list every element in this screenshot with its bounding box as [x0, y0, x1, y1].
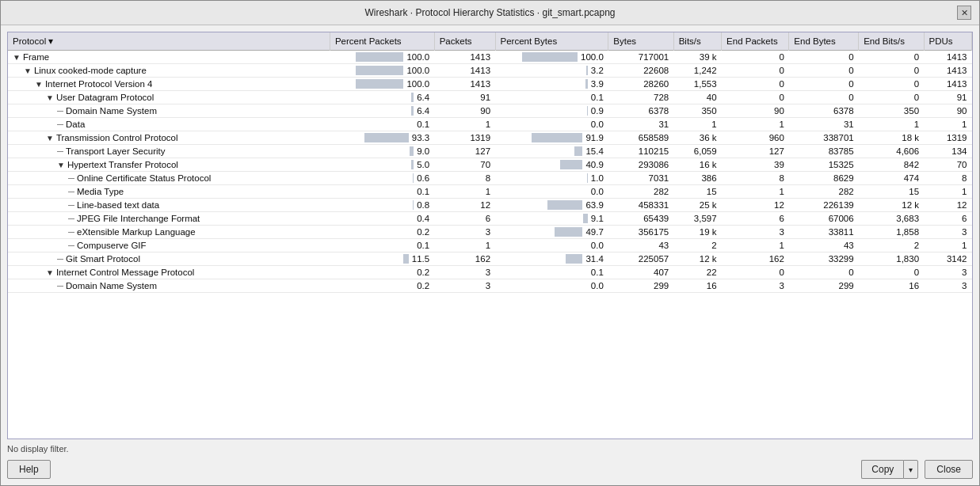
pct-bytes-bar	[583, 214, 588, 223]
pct-bytes-cell: 9.1	[495, 212, 608, 226]
protocol-name: Transmission Control Protocol	[56, 133, 178, 142]
expand-icon[interactable]: ▼	[24, 66, 32, 75]
table-row[interactable]: Compuserve GIF0.110.043214321	[8, 239, 972, 252]
table-row[interactable]: Git Smart Protocol11.516231.422505712 k1…	[8, 252, 972, 266]
table-row[interactable]: Media Type0.110.0282151282151	[8, 185, 972, 199]
expand-icon[interactable]: ▼	[46, 93, 54, 102]
protocol-name: Internet Control Message Protocol	[56, 268, 195, 277]
end-bits-cell: 0	[859, 51, 924, 64]
table-row[interactable]: ▼Frame100.01413100.071700139 k0001413	[8, 51, 972, 64]
close-button[interactable]: Close	[925, 460, 973, 479]
end-bytes-cell: 33811	[789, 226, 859, 239]
pct-bytes-bar	[574, 146, 583, 156]
bytes-cell: 356175	[608, 226, 673, 239]
pdus-cell: 1	[924, 118, 971, 131]
protocol-cell: JPEG File Interchange Format	[8, 212, 330, 226]
table-row[interactable]: ▼Internet Control Message Protocol0.230.…	[8, 266, 972, 279]
pct-packets-cell: 0.8	[330, 199, 434, 212]
pct-bytes-cell: 0.9	[495, 104, 608, 118]
pdus-cell: 91	[924, 91, 971, 104]
bytes-cell: 728	[608, 91, 673, 104]
expand-icon[interactable]: ▼	[46, 268, 54, 277]
table-row[interactable]: Line-based text data0.81263.945833125 k1…	[8, 199, 972, 212]
pct-bytes-bar	[585, 79, 588, 89]
expand-icon[interactable]: ▼	[46, 134, 54, 142]
pct-packets-cell: 0.2	[330, 266, 434, 279]
bits-cell: 2	[673, 239, 721, 252]
filter-label: No display filter.	[7, 442, 973, 455]
table-row[interactable]: Online Certificate Status Protocol0.681.…	[8, 172, 972, 185]
pct-packets-bar	[410, 146, 414, 156]
bits-cell: 6,059	[673, 145, 721, 158]
pdus-cell: 90	[924, 104, 971, 118]
end-packets-cell: 1	[722, 239, 789, 252]
protocol-cell: ▼Internet Control Message Protocol	[8, 266, 330, 279]
pct-packets-value: 100.0	[406, 66, 429, 75]
col-header-end-bits[interactable]: End Bits/s	[859, 32, 924, 51]
bits-cell: 16 k	[673, 158, 721, 172]
pct-packets-value: 0.2	[417, 227, 429, 237]
table-row[interactable]: ▼Internet Protocol Version 4100.014133.9…	[8, 78, 972, 91]
expand-icon[interactable]: ▼	[35, 80, 43, 89]
table-row[interactable]: eXtensible Markup Language0.2349.7356175…	[8, 226, 972, 239]
pdus-cell: 1413	[924, 64, 971, 78]
bytes-cell: 293086	[608, 158, 673, 172]
bytes-cell: 458331	[608, 199, 673, 212]
col-header-protocol[interactable]: Protocol ▾	[8, 32, 330, 51]
pdus-cell: 12	[924, 199, 971, 212]
bits-cell: 19 k	[673, 226, 721, 239]
pct-packets-bar	[411, 160, 414, 169]
table-row[interactable]: Domain Name System6.4900.963783509063783…	[8, 104, 972, 118]
col-header-bits[interactable]: Bits/s	[673, 32, 721, 51]
pct-packets-cell: 0.2	[330, 279, 434, 293]
table-row[interactable]: Data0.110.031113111	[8, 118, 972, 131]
table-row[interactable]: ▼Hypertext Transfer Protocol5.07040.9293…	[8, 158, 972, 172]
bytes-cell: 7031	[608, 172, 673, 185]
statistics-table-container[interactable]: Protocol ▾ Percent Packets Packets Perce…	[7, 32, 973, 439]
end-bits-cell: 0	[859, 91, 924, 104]
pct-bytes-bar	[587, 106, 588, 116]
pct-bytes-value: 3.9	[591, 79, 604, 89]
bytes-cell: 110215	[608, 145, 673, 158]
help-button[interactable]: Help	[7, 460, 51, 479]
pct-packets-bar	[364, 133, 409, 142]
pct-bytes-cell: 100.0	[495, 51, 608, 64]
bits-cell: 12 k	[673, 252, 721, 266]
pdus-cell: 1319	[924, 131, 971, 145]
col-header-pdus[interactable]: PDUs	[924, 32, 971, 51]
protocol-cell: Media Type	[8, 185, 330, 199]
protocol-name: Online Certificate Status Protocol	[77, 173, 211, 183]
copy-button[interactable]: Copy	[861, 460, 903, 479]
col-header-end-packets[interactable]: End Packets	[722, 32, 789, 51]
end-bits-cell: 3,683	[859, 212, 924, 226]
pct-bytes-cell: 3.2	[495, 64, 608, 78]
pdus-cell: 3142	[924, 252, 971, 266]
end-packets-cell: 6	[722, 212, 789, 226]
end-bytes-cell: 0	[789, 64, 859, 78]
table-row[interactable]: ▼User Datagram Protocol6.4910.1728400009…	[8, 91, 972, 104]
end-packets-cell: 3	[722, 279, 789, 293]
copy-dropdown-button[interactable]: ▾	[903, 460, 918, 479]
pct-packets-bar	[356, 66, 403, 75]
col-header-packets[interactable]: Packets	[434, 32, 495, 51]
table-row[interactable]: JPEG File Interchange Format0.469.165439…	[8, 212, 972, 226]
col-header-bytes[interactable]: Bytes	[608, 32, 673, 51]
expand-icon[interactable]: ▼	[57, 161, 65, 169]
close-icon[interactable]: ✕	[957, 6, 971, 20]
pct-packets-cell: 11.5	[330, 252, 434, 266]
table-row[interactable]: ▼Transmission Control Protocol93.3131991…	[8, 131, 972, 145]
leaf-dash	[57, 124, 63, 125]
pct-bytes-cell: 0.1	[495, 91, 608, 104]
pct-bytes-cell: 0.0	[495, 118, 608, 131]
table-row[interactable]: Domain Name System0.230.0299163299163	[8, 279, 972, 293]
col-header-end-bytes[interactable]: End Bytes	[789, 32, 859, 51]
expand-icon[interactable]: ▼	[13, 53, 21, 62]
end-packets-cell: 0	[722, 64, 789, 78]
table-row[interactable]: ▼Linux cooked-mode capture100.014133.222…	[8, 64, 972, 78]
main-content: Protocol ▾ Percent Packets Packets Perce…	[1, 25, 979, 485]
table-row[interactable]: Transport Layer Security9.012715.4110215…	[8, 145, 972, 158]
packets-cell: 1413	[434, 78, 495, 91]
col-header-pct-bytes[interactable]: Percent Bytes	[495, 32, 608, 51]
end-bits-cell: 1,830	[859, 252, 924, 266]
col-header-pct-packets[interactable]: Percent Packets	[330, 32, 434, 51]
